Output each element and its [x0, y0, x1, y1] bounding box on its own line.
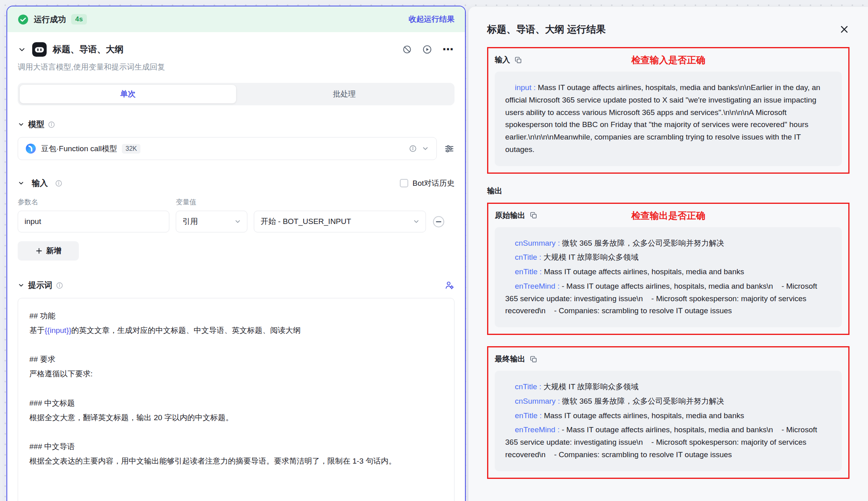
result-panel-title: 标题、导语、大纲 运行结果 [487, 23, 606, 36]
node-description: 调用大语言模型,使用变量和提示词生成回复 [7, 57, 465, 72]
collapse-results-link[interactable]: 收起运行结果 [409, 14, 455, 25]
model-logo-icon [25, 143, 36, 154]
input-annotation-box: 输入 检查输入是否正确 input : Mass IT outage affec… [487, 47, 849, 174]
mode-tabs: 单次 批处理 [18, 83, 455, 105]
node-header: 标题、导语、大纲 ⋯ [7, 32, 465, 57]
model-name: 豆包·Function call模型 [41, 144, 117, 154]
kv-key: enTreeMind : [515, 282, 562, 290]
kv-key: cnTitle : [515, 382, 543, 391]
prompt-line: ## 要求 [29, 352, 443, 367]
raw-output-content-box: cnSummary : 微软 365 服务故障，众多公司受影响并努力解决cnTi… [495, 227, 842, 328]
prompt-line: ### 中文标题 [29, 396, 443, 411]
node-title: 标题、导语、大纲 [53, 43, 123, 55]
prompt-line: ## 功能 [29, 309, 443, 323]
prompt-line: 基于{{input}}的英文文章，生成对应的中文标题、中文导语、英文标题、阅读大… [29, 323, 443, 338]
prompt-line [29, 381, 443, 396]
kv-row: cnSummary : 微软 365 服务故障，众多公司受影响并努力解决 [505, 237, 831, 250]
bot-history-checkbox[interactable] [400, 179, 408, 187]
kv-row: enTreeMind : - Mass IT outage affects ai… [505, 280, 831, 317]
collapse-node-chevron-icon[interactable] [18, 45, 26, 54]
input-block-label: 输入 [495, 55, 510, 65]
kv-value: 大规模 IT 故障影响众多领域 [543, 253, 638, 261]
input-check-annotation: 检查输入是否正确 [631, 54, 706, 66]
copy-final-output-icon[interactable] [530, 355, 537, 363]
prompt-info-icon [56, 282, 63, 289]
ref-value-text: 开始 - BOT_USER_INPUT [261, 216, 351, 227]
node-avatar [32, 42, 47, 57]
input-section-chevron-icon[interactable] [18, 180, 25, 187]
run-status-banner: 运行成功 4s 收起运行结果 [7, 6, 465, 32]
param-value-col-label: 变量值 [176, 197, 196, 207]
model-select-chevron-icon [422, 145, 429, 152]
kv-key: enTreeMind : [515, 425, 562, 434]
add-param-label: 新增 [46, 246, 62, 256]
input-info-icon [55, 180, 62, 187]
prompt-line: 根据全文表达的主要内容，用中文输出能够引起读者注意力的摘要导语。要求简洁明了，限… [29, 454, 443, 468]
output-check-annotation: 检查输出是否正确 [631, 209, 706, 222]
bot-history-label: Bot对话历史 [412, 178, 455, 189]
run-status-text: 运行成功 [34, 14, 66, 25]
model-detail-info-icon[interactable] [409, 145, 417, 152]
more-actions-icon[interactable]: ⋯ [442, 44, 455, 55]
prompt-section-chevron-icon[interactable] [18, 282, 25, 289]
raw-output-annotation-box: 原始输出 检查输出是否正确 cnSummary : 微软 365 服务故障，众多… [487, 203, 849, 335]
final-output-label: 最终输出 [495, 354, 525, 364]
model-select[interactable]: 豆包·Function call模型 32K [18, 137, 437, 160]
raw-output-label: 原始输出 [495, 210, 525, 221]
run-duration-badge: 4s [71, 14, 87, 25]
model-section-title: 模型 [28, 119, 44, 130]
run-node-icon[interactable] [422, 45, 432, 54]
kv-row: enTitle : Mass IT outage affects airline… [505, 266, 831, 278]
kv-row: input : Mass IT outage affects airlines,… [505, 82, 831, 156]
prompt-line [29, 425, 443, 439]
param-name-col-label: 参数名 [18, 197, 176, 207]
prompt-variable: {{input}} [45, 326, 72, 335]
prompt-section-title: 提示词 [28, 280, 52, 291]
success-check-icon [18, 14, 29, 25]
kv-key: enTitle : [515, 411, 544, 420]
final-output-content-box: cnTitle : 大规模 IT 故障影响众多领域cnSummary : 微软 … [495, 371, 842, 471]
param-name-input[interactable] [18, 211, 169, 232]
ref-value-select[interactable]: 开始 - BOT_USER_INPUT [254, 211, 426, 232]
input-section-title: 输入 [32, 178, 48, 189]
output-section-label: 输出 [487, 186, 849, 196]
kv-key: cnSummary : [515, 397, 562, 405]
kv-value: Mass IT outage affects airlines, hospita… [544, 267, 744, 276]
kv-row: cnTitle : 大规模 IT 故障影响众多领域 [505, 251, 831, 264]
ref-type-value: 引用 [183, 216, 198, 227]
copy-input-icon[interactable] [514, 56, 522, 64]
run-result-panel: 标题、导语、大纲 运行结果 输入 检查输入是否正确 input : Mass I… [468, 6, 868, 501]
ref-select-chevron-icon [234, 218, 241, 225]
kv-row: cnSummary : 微软 365 服务故障，众多公司受影响并努力解决 [505, 395, 831, 408]
copy-raw-output-icon[interactable] [530, 211, 537, 219]
model-settings-icon[interactable] [444, 144, 455, 154]
kv-key: input : [515, 83, 538, 92]
kv-value: Mass IT outage affects airlines, hospita… [505, 83, 823, 154]
tab-batch[interactable]: 批处理 [236, 85, 453, 103]
param-row: 引用 开始 - BOT_USER_INPUT [18, 211, 455, 232]
ref-type-select[interactable]: 引用 [176, 211, 247, 232]
prompt-line: ### 中文导语 [29, 439, 443, 454]
debug-off-icon[interactable] [402, 45, 412, 54]
value-select-chevron-icon [413, 218, 420, 225]
prompt-auto-optimize-icon[interactable] [444, 280, 455, 290]
prompt-line: 严格遵循以下要求: [29, 367, 443, 381]
kv-value: 大规模 IT 故障影响众多领域 [543, 382, 638, 391]
input-content-box: input : Mass IT outage affects airlines,… [495, 72, 842, 166]
model-section-chevron-icon[interactable] [18, 121, 25, 128]
kv-key: cnSummary : [515, 239, 562, 247]
kv-row: enTitle : Mass IT outage affects airline… [505, 410, 831, 422]
final-output-annotation-box: 最终输出 cnTitle : 大规模 IT 故障影响众多领域cnSummary … [487, 346, 849, 479]
llm-node-card: 运行成功 4s 收起运行结果 标题、导语、大纲 ⋯ 调用大语言模型,使用变量和提… [6, 6, 466, 501]
tab-single[interactable]: 单次 [20, 85, 236, 103]
model-info-icon [48, 121, 55, 128]
close-panel-icon[interactable] [839, 24, 849, 35]
prompt-textarea[interactable]: ## 功能基于{{input}}的英文文章，生成对应的中文标题、中文导语、英文标… [18, 298, 455, 501]
remove-param-icon[interactable] [432, 216, 445, 228]
add-param-button[interactable]: 新增 [18, 241, 79, 261]
kv-key: cnTitle : [515, 253, 543, 261]
kv-row: cnTitle : 大规模 IT 故障影响众多领域 [505, 381, 831, 393]
kv-row: enTreeMind : - Mass IT outage affects ai… [505, 424, 831, 461]
kv-value: 微软 365 服务故障，众多公司受影响并努力解决 [562, 397, 724, 405]
kv-value: Mass IT outage affects airlines, hospita… [544, 411, 744, 420]
